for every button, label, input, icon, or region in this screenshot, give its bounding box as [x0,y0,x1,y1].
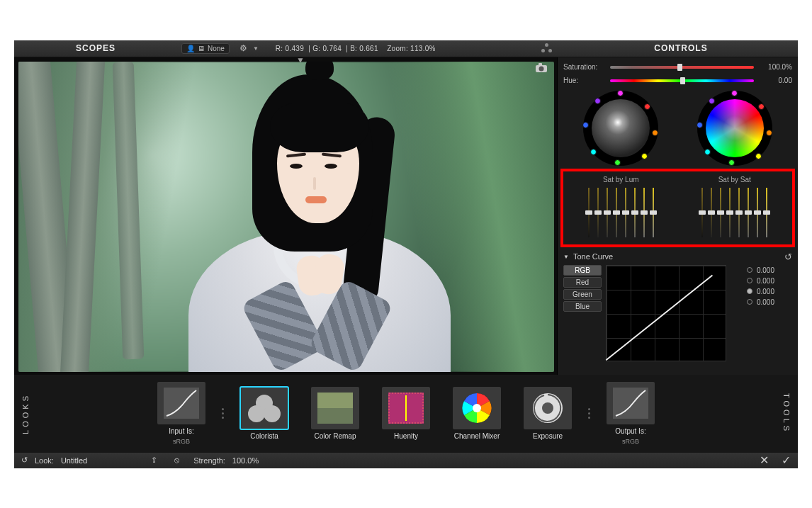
svg-point-6 [264,405,281,422]
saturation-slider[interactable] [610,66,754,69]
channel-green-button[interactable]: Green [563,289,602,300]
svg-rect-1 [538,63,542,66]
layer-selector[interactable]: 👤 🖥 None [181,43,230,54]
camera-icon[interactable] [536,63,547,72]
export-icon[interactable]: ⇪ [151,456,157,465]
rgb-readout: R: 0.439 | G: 0.764 | B: 0.661 Zoom: 113… [276,45,436,52]
strength-value[interactable]: 100.0% [232,456,259,465]
topbar-mid: 👤 🖥 None ⚙ ▼ R: 0.439 | G: 0.764 | B: 0.… [177,43,564,54]
tool-tile-huenity[interactable]: Huenity [376,387,436,440]
vert-slider[interactable] [755,188,760,237]
vert-slider[interactable] [614,188,619,237]
svg-point-2 [539,66,544,71]
sat-by-lum-group: Sat by Lum [568,176,675,237]
viewer-panel: ▼ [14,57,557,375]
vert-slider[interactable] [650,188,656,237]
saturation-value[interactable]: 100.0% [760,63,792,71]
tone-curve-header[interactable]: ▼ Tone Curve ↺ [563,252,792,262]
vert-slider[interactable] [586,188,592,237]
hue-slider[interactable] [610,79,754,82]
vert-slider[interactable] [604,188,610,237]
disable-icon[interactable]: ⦸ [174,456,179,465]
vert-slider[interactable] [623,188,628,237]
preview-image[interactable] [18,62,554,372]
sat-by-sat-group: Sat by Sat [682,176,789,237]
hue-sat-wheel[interactable] [697,91,772,166]
looks-label[interactable]: LOOKS [21,393,30,434]
vert-slider[interactable] [699,188,705,237]
sat-sliders-highlight: Sat by Lum Sat by Sat [560,169,795,247]
curve-values: 0.000 0.000 0.000 0.000 [731,265,774,361]
sat-by-lum-label: Sat by Lum [568,176,675,184]
vert-slider[interactable] [632,188,638,237]
tool-strip: LOOKS Input Is:sRGBColoristaColor RemapH… [14,375,798,453]
person-icon: 👤 [186,45,195,52]
svg-point-13 [473,404,481,412]
curve-val-3[interactable]: 0.000 [757,298,774,306]
layer-label: None [208,45,225,52]
undo-icon[interactable]: ↺ [21,456,28,465]
svg-point-15 [542,402,553,414]
tone-curve-label: Tone Curve [573,252,613,261]
monitor-icon: 🖥 [198,45,205,52]
look-label: Look: [35,456,54,465]
vert-slider[interactable] [736,188,742,237]
svg-rect-8 [317,408,353,424]
gear-icon[interactable]: ⚙ [239,43,247,53]
vert-slider[interactable] [709,188,714,237]
vert-slider[interactable] [595,188,601,237]
sat-by-sat-sliders[interactable] [682,188,789,237]
tool-tile-input-is-[interactable]: Input Is:sRGB [151,382,212,445]
tool-tile-output-is-[interactable]: Output Is:sRGB [600,382,661,445]
controls-panel: Saturation: 100.0% Hue: 0.00 [557,57,798,375]
strength-label: Strength: [193,456,225,465]
tone-curve-graph[interactable] [606,265,726,361]
scopes-title: SCOPES [14,43,177,53]
tool-tile-channel-mixer[interactable]: Channel Mixer [446,387,507,440]
status-bar: ↺ Look: Untitled ⇪ ⦸ Strength: 100.0% ✕ … [14,453,798,468]
channel-list: RGB Red Green Blue [563,265,602,361]
cancel-button[interactable]: ✕ [760,453,769,467]
channel-red-button[interactable]: Red [563,277,602,288]
hue-label: Hue: [563,77,610,84]
hue-row: Hue: 0.00 [563,75,792,86]
vert-slider[interactable] [718,188,723,237]
saturation-row: Saturation: 100.0% [563,62,792,73]
svg-point-5 [248,405,265,422]
look-name[interactable]: Untitled [61,456,87,465]
scope-dots-icon[interactable] [540,43,554,53]
chevron-down-icon[interactable]: ▼ [253,45,259,52]
curve-val-1[interactable]: 0.000 [757,277,774,285]
tool-tile-color-remap[interactable]: Color Remap [305,387,366,440]
tools-label[interactable]: TOOLS [782,393,791,434]
collapse-icon[interactable]: ▼ [563,254,569,260]
link-dots [222,408,224,419]
tool-tile-exposure[interactable]: Exposure [517,387,578,440]
channel-blue-button[interactable]: Blue [563,301,602,312]
hue-shift-wheel[interactable] [583,91,658,166]
controls-title: CONTROLS [564,43,798,53]
saturation-label: Saturation: [563,63,610,71]
tool-tile-colorista[interactable]: Colorista [234,387,295,440]
vert-slider[interactable] [764,188,769,237]
reset-icon[interactable]: ↺ [784,252,792,262]
curve-val-2[interactable]: 0.000 [757,288,774,295]
curve-val-0[interactable]: 0.000 [757,266,774,274]
vert-slider[interactable] [727,188,733,237]
vert-slider[interactable] [745,188,751,237]
sat-by-sat-label: Sat by Sat [682,176,789,184]
link-dots [588,408,590,419]
hue-value[interactable]: 0.00 [760,77,792,84]
svg-rect-7 [317,393,353,408]
sat-by-lum-sliders[interactable] [568,188,675,237]
apply-button[interactable]: ✓ [782,453,791,467]
vert-slider[interactable] [641,188,647,237]
channel-rgb-button[interactable]: RGB [563,265,602,276]
top-bar: SCOPES 👤 🖥 None ⚙ ▼ R: 0.439 | G: 0.764 … [14,40,798,57]
